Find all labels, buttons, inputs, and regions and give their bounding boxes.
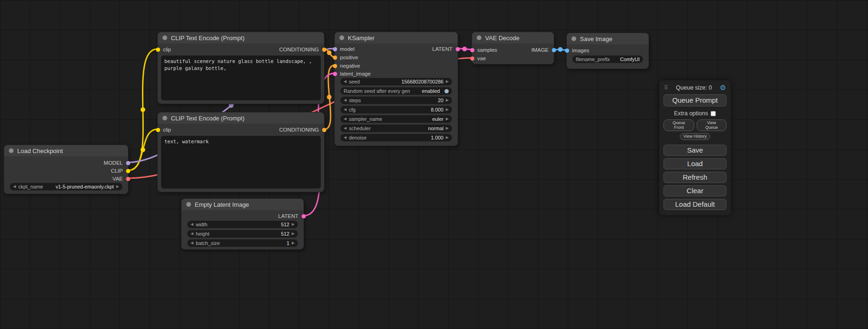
next-value-arrow-icon[interactable]: ▶ [446,78,449,85]
node-load-checkpoint[interactable]: Load Checkpoint MODEL CLIP VAE ◀ ckpt_na… [4,145,128,194]
conditioning-output-slot[interactable] [322,48,326,52]
prev-value-arrow-icon[interactable]: ◀ [344,115,346,123]
node-titlebar[interactable]: Empty Latent Image [182,199,303,210]
ckpt-name-widget[interactable]: ◀ ckpt_name v1-5-pruned-emaonly.ckpt ▶ [10,183,122,190]
samples-input-slot[interactable] [470,48,474,52]
queue-prompt-button[interactable]: Queue Prompt [663,94,727,106]
collapse-dot-icon[interactable] [477,35,481,40]
widget-label: ckpt_name [18,184,43,189]
widget-label: seed [349,79,360,84]
widget-value: v1-5-pruned-emaonly.ckpt [56,184,114,189]
clip-input-slot[interactable] [156,128,160,132]
latent-output-slot[interactable] [456,47,460,51]
seed-widget[interactable]: ◀ seed 156680208700286 ▶ [340,78,452,85]
filename-prefix-widget[interactable]: filename_prefix ComfyUI [572,56,643,63]
node-titlebar[interactable]: Load Checkpoint [4,145,128,156]
collapse-dot-icon[interactable] [162,35,167,40]
node-clip-text-encode-negative[interactable]: CLIP Text Encode (Prompt) clip CONDITION… [157,112,325,192]
next-value-arrow-icon[interactable]: ▶ [446,106,449,113]
latent-image-input-slot[interactable] [333,72,337,76]
prev-value-arrow-icon[interactable]: ◀ [191,230,193,238]
collapse-dot-icon[interactable] [572,36,576,41]
cfg-widget[interactable]: ◀ cfg 8.000 ▶ [340,106,452,113]
positive-prompt-textarea[interactable]: beautiful scenery nature glass bottle la… [161,56,321,100]
node-graph-canvas[interactable]: Load Checkpoint MODEL CLIP VAE ◀ ckpt_na… [0,0,868,329]
latent-output-slot[interactable] [302,214,306,218]
node-titlebar[interactable]: CLIP Text Encode (Prompt) [158,32,324,43]
model-input-slot[interactable] [333,47,337,51]
batch-size-widget[interactable]: ◀ batch_size 1 ▶ [187,239,298,247]
random-seed-toggle-widget[interactable]: Random seed after every gen enabled [340,87,452,95]
widget-value: 8.000 [431,107,444,112]
node-clip-text-encode-positive[interactable]: CLIP Text Encode (Prompt) clip CONDITION… [157,32,325,104]
next-value-arrow-icon[interactable]: ▶ [292,221,295,228]
image-output-slot[interactable] [552,48,556,52]
widget-value: 512 [281,222,289,227]
width-widget[interactable]: ◀ width 512 ▶ [187,221,298,228]
model-output-slot[interactable] [126,161,130,165]
refresh-button[interactable]: Refresh [663,172,727,183]
node-titlebar[interactable]: KSampler [335,32,458,43]
extra-options-checkbox[interactable] [711,111,716,116]
negative-prompt-textarea[interactable]: text, watermark [161,136,321,189]
collapse-dot-icon[interactable] [339,35,344,40]
load-default-button[interactable]: Load Default [663,199,727,210]
output-label-model: MODEL [104,159,123,167]
save-button[interactable]: Save [663,145,727,156]
widget-value: normal [428,126,444,131]
node-vae-decode[interactable]: VAE Decode samples vae IMAGE [472,32,554,64]
next-value-arrow-icon[interactable]: ▶ [292,230,295,238]
widget-label: Random seed after every gen [344,88,410,94]
node-titlebar[interactable]: VAE Decode [472,32,554,43]
vae-input-slot[interactable] [470,56,474,61]
widget-value: enabled [422,88,440,94]
prev-value-arrow-icon[interactable]: ◀ [191,221,193,228]
sampler-name-widget[interactable]: ◀ sampler_name euler ▶ [340,115,452,123]
prev-value-arrow-icon[interactable]: ◀ [344,106,346,113]
node-ksampler[interactable]: KSampler model positive negative latent_… [334,32,458,146]
link-midpoint-dot [141,147,145,152]
prev-value-arrow-icon[interactable]: ◀ [13,183,16,190]
images-input-slot[interactable] [565,49,569,53]
next-value-arrow-icon[interactable]: ▶ [446,134,449,141]
next-value-arrow-icon[interactable]: ▶ [292,239,295,247]
node-empty-latent-image[interactable]: Empty Latent Image LATENT ◀ width 512 ▶ … [181,198,304,250]
conditioning-output-slot[interactable] [322,128,326,132]
prev-value-arrow-icon[interactable]: ◀ [191,239,193,247]
prev-value-arrow-icon[interactable]: ◀ [344,78,346,85]
collapse-dot-icon[interactable] [162,116,167,120]
load-button[interactable]: Load [663,158,727,169]
collapse-dot-icon[interactable] [186,202,191,207]
node-save-image[interactable]: Save Image images filename_prefix ComfyU… [566,33,649,69]
clear-button[interactable]: Clear [663,185,727,196]
input-label-samples: samples [477,46,497,54]
view-queue-button[interactable]: View Queue [697,119,727,131]
next-value-arrow-icon[interactable]: ▶ [446,125,449,132]
denoise-widget[interactable]: ◀ denoise 1.000 ▶ [340,134,452,141]
node-titlebar[interactable]: Save Image [567,33,649,44]
negative-input-slot[interactable] [333,64,337,68]
view-history-button[interactable]: View History [680,133,711,140]
vae-output-slot[interactable] [126,177,130,181]
steps-widget[interactable]: ◀ steps 20 ▶ [340,97,452,104]
input-label-positive: positive [340,54,358,62]
widget-value: euler [432,116,444,122]
scheduler-widget[interactable]: ◀ scheduler normal ▶ [340,125,452,132]
next-value-arrow-icon[interactable]: ▶ [446,115,449,123]
next-value-arrow-icon[interactable]: ▶ [446,97,449,104]
height-widget[interactable]: ◀ height 512 ▶ [187,230,298,238]
collapse-dot-icon[interactable] [9,148,14,153]
drag-handle-icon[interactable]: ⠿ [664,84,668,91]
positive-input-slot[interactable] [333,56,337,60]
queue-front-button[interactable]: Queue Front [663,119,694,131]
settings-gear-icon[interactable]: ⚙ [720,84,726,91]
comfy-menu-panel: ⠿ Queue size: 0 ⚙ Queue Prompt Extra opt… [659,80,731,215]
node-titlebar[interactable]: CLIP Text Encode (Prompt) [158,112,324,124]
prev-value-arrow-icon[interactable]: ◀ [344,134,346,141]
toggle-indicator-icon[interactable] [445,89,449,93]
prev-value-arrow-icon[interactable]: ◀ [344,125,346,132]
prev-value-arrow-icon[interactable]: ◀ [344,97,346,104]
clip-output-slot[interactable] [126,169,130,173]
next-value-arrow-icon[interactable]: ▶ [116,183,119,190]
clip-input-slot[interactable] [156,48,160,52]
